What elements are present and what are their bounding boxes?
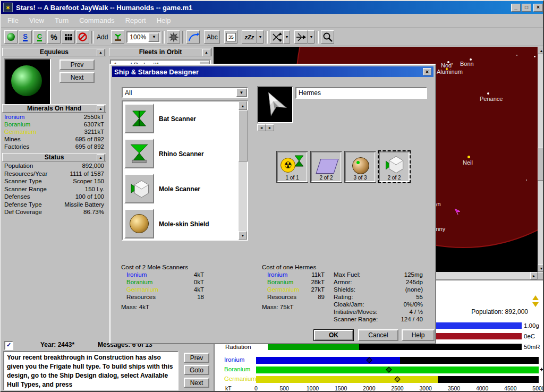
filter-dropdown-icon[interactable]: ▼ bbox=[236, 88, 247, 97]
dialog-close-button[interactable]: × bbox=[423, 68, 431, 75]
summary-up-icon[interactable] bbox=[532, 295, 539, 300]
close-button[interactable]: × bbox=[533, 4, 543, 12]
app-icon[interactable]: ✶ bbox=[3, 3, 13, 12]
collapse-planet-icon[interactable]: ▲ bbox=[97, 49, 105, 56]
magnifier-icon bbox=[322, 32, 333, 42]
cost-row: Ironium 11kT bbox=[267, 271, 325, 278]
population-view-button[interactable] bbox=[62, 30, 75, 44]
component-filter-combobox[interactable]: All ▼ bbox=[122, 87, 248, 98]
ship-count-button[interactable]: 35 bbox=[224, 30, 237, 44]
zoom-dropdown-icon[interactable]: ▼ bbox=[148, 32, 159, 42]
star-dot[interactable] bbox=[526, 180, 527, 181]
component-list-item[interactable]: Mole Scanner bbox=[123, 172, 237, 207]
hull-slot-scanner-selected[interactable]: 2 of 2 bbox=[379, 151, 410, 182]
scroll-up-icon[interactable]: ▲ bbox=[538, 47, 544, 54]
hull-slot-armor[interactable]: 3 of 3 bbox=[345, 151, 376, 182]
zoom-combobox[interactable]: 100% ▼ bbox=[126, 31, 160, 43]
status-panel-header[interactable]: Status ▲ bbox=[2, 153, 106, 161]
message-filter-checkbox[interactable]: ✓ bbox=[4, 341, 13, 350]
message-goto-button[interactable]: Goto bbox=[184, 365, 209, 375]
prev-planet-button[interactable]: Prev bbox=[60, 59, 95, 70]
hull-slot-scanner-radiation[interactable]: ☢ 1 of 1 bbox=[277, 151, 308, 182]
fleets-panel-header[interactable]: Fleets in Orbit ▲ bbox=[109, 48, 212, 56]
minerals-panel-header[interactable]: Minerals On Hand ▲ bbox=[2, 104, 106, 113]
find-button[interactable] bbox=[321, 30, 334, 44]
menu-turn[interactable]: Turn bbox=[50, 15, 73, 25]
stat-value: 4 / ½ bbox=[409, 309, 423, 315]
help-button[interactable]: Help bbox=[402, 329, 435, 341]
message-body-box[interactable]: Your recent breakthrough in Construction… bbox=[3, 351, 178, 390]
ok-button[interactable]: OK bbox=[313, 329, 354, 341]
star-dot[interactable] bbox=[516, 55, 517, 56]
ship-names-button[interactable]: Abc bbox=[204, 30, 220, 44]
message-prev-button[interactable]: Prev bbox=[184, 353, 209, 363]
collapse-minerals-icon[interactable]: ▲ bbox=[97, 105, 105, 113]
hab-value: 0eC bbox=[524, 333, 535, 339]
zzz-icon: zZz bbox=[244, 34, 254, 40]
star-dot[interactable] bbox=[487, 92, 489, 95]
title-bar[interactable]: ✶ Stars! -- A Barefoot JayWalk -- Humano… bbox=[1, 1, 544, 14]
message-prev-label: Prev bbox=[190, 354, 203, 362]
star-dot[interactable] bbox=[534, 56, 536, 57]
route-merge-dropdown[interactable]: ▼ bbox=[308, 30, 314, 44]
menu-commands[interactable]: Commands bbox=[75, 15, 118, 25]
component-list-scrollbar[interactable]: ▲ ▼ bbox=[239, 101, 247, 240]
route-split-button[interactable] bbox=[270, 30, 283, 44]
mineral-concentration-button[interactable]: C bbox=[33, 30, 46, 44]
route-merge-button[interactable] bbox=[294, 30, 308, 44]
star-label[interactable]: Aluminum bbox=[437, 69, 463, 75]
collapse-fleets-icon[interactable]: ▲ bbox=[202, 49, 210, 56]
mine-plant-button[interactable] bbox=[111, 30, 124, 44]
waypoint-button[interactable] bbox=[186, 30, 200, 44]
ship-designer-dialog: Ship & Starbase Designer × All ▼ Bat Sca… bbox=[109, 64, 436, 344]
star-label[interactable]: Bonn bbox=[460, 61, 474, 67]
list-scroll-down-icon[interactable]: ▼ bbox=[239, 231, 247, 240]
component-list-item[interactable]: Rhino Scanner bbox=[123, 137, 237, 172]
ship-name-field[interactable] bbox=[295, 87, 427, 99]
minimize-button[interactable]: _ bbox=[511, 4, 521, 12]
hull-slot-shield[interactable]: 2 of 2 bbox=[311, 151, 342, 182]
menu-help[interactable]: Help bbox=[152, 15, 175, 25]
star-label[interactable]: Penance bbox=[480, 96, 503, 102]
restore-button[interactable]: □ bbox=[522, 4, 531, 12]
star-dot[interactable] bbox=[468, 156, 470, 158]
menu-report[interactable]: Report bbox=[121, 15, 150, 25]
menu-view[interactable]: View bbox=[25, 15, 48, 25]
cancel-button[interactable]: Cancel bbox=[358, 329, 398, 341]
no-enemies-button[interactable] bbox=[76, 30, 89, 44]
sun-button[interactable] bbox=[167, 30, 180, 44]
planet-image[interactable] bbox=[4, 58, 51, 105]
menu-file[interactable]: File bbox=[3, 15, 23, 25]
idle-fleets-dropdown[interactable]: ▼ bbox=[257, 30, 264, 44]
mole-skin-shield-icon[interactable] bbox=[124, 209, 154, 238]
star-label[interactable]: inny bbox=[435, 226, 445, 232]
next-ship-image-icon[interactable]: ► bbox=[266, 124, 274, 131]
mineral-row: Factories 695 of 892 bbox=[4, 143, 104, 150]
cost-row: Resources 89 bbox=[267, 294, 325, 300]
component-list-item[interactable]: Mole-skin Shield bbox=[123, 207, 237, 242]
vertical-scroll-thumb[interactable] bbox=[538, 148, 544, 181]
planet-view-button[interactable] bbox=[4, 30, 18, 44]
star-label[interactable]: Neil bbox=[463, 159, 473, 166]
idle-fleets-button[interactable]: zZz bbox=[242, 30, 257, 44]
rhino-scanner-icon[interactable] bbox=[124, 139, 154, 168]
mole-scanner-icon[interactable] bbox=[124, 174, 154, 203]
route-split-dropdown[interactable]: ▼ bbox=[283, 30, 290, 44]
percent-view-button[interactable]: % bbox=[47, 30, 61, 44]
scroll-right-icon[interactable]: ► bbox=[530, 272, 538, 279]
list-scroll-thumb[interactable] bbox=[239, 110, 248, 161]
message-next-button[interactable]: Next bbox=[184, 378, 209, 388]
summary-down-icon[interactable] bbox=[532, 302, 539, 307]
scroll-down-icon[interactable]: ▼ bbox=[538, 265, 544, 272]
prev-ship-image-icon[interactable]: ◄ bbox=[257, 124, 266, 131]
list-scroll-up-icon[interactable]: ▲ bbox=[239, 101, 247, 110]
planet-panel-header[interactable]: Equuleus ▲ bbox=[2, 48, 106, 56]
map-vertical-scrollbar[interactable]: ▲ ▼ bbox=[538, 47, 544, 272]
next-planet-button[interactable]: Next bbox=[60, 72, 95, 83]
surface-minerals-button[interactable]: S bbox=[19, 30, 32, 44]
dialog-title-bar[interactable]: Ship & Starbase Designer × bbox=[112, 66, 434, 77]
component-list[interactable]: Bat Scanner Rhino Scanner bbox=[122, 100, 248, 241]
bat-scanner-icon[interactable] bbox=[124, 104, 154, 133]
collapse-status-icon[interactable]: ▲ bbox=[97, 154, 105, 161]
component-list-item[interactable]: Bat Scanner bbox=[123, 101, 237, 137]
